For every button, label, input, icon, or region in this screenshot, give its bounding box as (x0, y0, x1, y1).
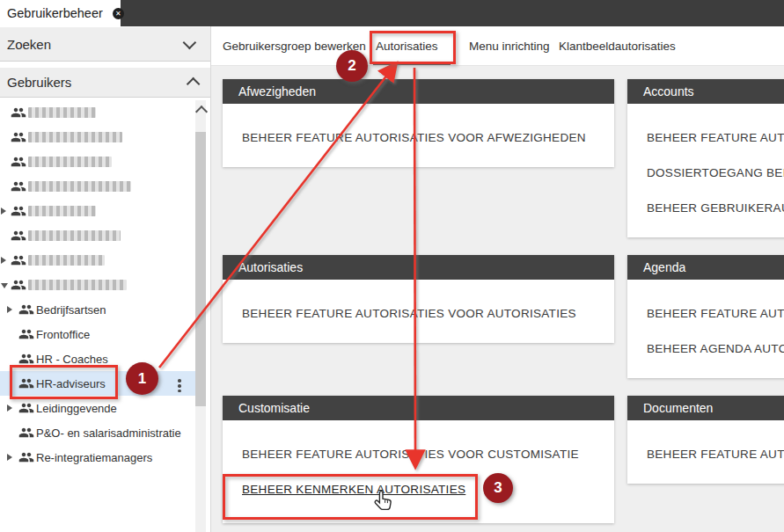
card-body: BEHEER FEATURE AUTORISATIES VOOR CUSTOMI… (223, 420, 614, 506)
card-title-agenda: Agenda (627, 255, 784, 280)
user-group-icon (11, 129, 26, 145)
sidebar-item-redacted-5[interactable] (0, 223, 195, 248)
card-customisatie: CustomisatieBEHEER FEATURE AUTORISATIES … (223, 396, 614, 523)
sidebar-item-frontoffice[interactable]: Frontoffice (0, 322, 195, 346)
user-group-icon (18, 400, 34, 416)
card-title-documenten: Documenten (627, 396, 784, 420)
card-title-autorisaties: Autorisaties (223, 255, 614, 280)
user-group-icon (18, 326, 34, 342)
link-beheer-feature-autorisaties-voor-afwezig[interactable]: BEHEER FEATURE AUTORISATIES VOOR AFWEZIG… (223, 120, 614, 155)
redacted-text (28, 157, 112, 167)
user-group-icon (11, 154, 26, 170)
sidebar-item-hr-adviseurs[interactable]: HR-adviseurs (0, 371, 195, 396)
card-autorisaties: AutorisatiesBEHEER FEATURE AUTORISATIES … (223, 255, 614, 343)
user-group-icon (11, 203, 26, 219)
sidebar-item-redacted-3[interactable] (0, 174, 195, 199)
redacted-text (28, 280, 127, 290)
card-title-accounts: Accounts (627, 79, 784, 104)
sidebar-item-label: HR-adviseurs (36, 377, 106, 390)
card-title-customisatie: Customisatie (223, 396, 614, 420)
user-group-icon (18, 351, 34, 367)
redacted-text (28, 230, 121, 241)
sidebar-item-leidinggevende[interactable]: Leidinggevende (0, 396, 195, 420)
card-body: BEHEER FEATURE AUTORISATIES VOOR AFWEZIG… (223, 104, 614, 155)
tab-klantbeeldautorisaties[interactable]: Klantbeeldautorisaties (559, 26, 676, 66)
close-tab-icon[interactable]: ✕ (113, 8, 124, 19)
tab-gebruikersgroep-bewerken[interactable]: Gebruikersgroep bewerken (223, 26, 366, 66)
tab-menu-inrichting[interactable]: Menu inrichting (469, 26, 550, 66)
chevron-up-icon (187, 77, 201, 91)
link-beheer-feature-auto[interactable]: BEHEER FEATURE AUTO (627, 436, 784, 471)
sidebar-item-redacted-2[interactable] (0, 149, 195, 174)
link-dossiertoegang-behe[interactable]: DOSSIERTOEGANG BEHE (627, 155, 784, 190)
sidebar-item-label-redacted (28, 106, 96, 120)
sidebar-item-label-redacted (28, 180, 131, 194)
user-group-icon (11, 105, 26, 120)
sidebar-item-hr-coaches[interactable]: HR - Coaches (0, 346, 195, 371)
sidebar-item-bedrijfsartsen[interactable]: Bedrijfsartsen (0, 297, 195, 322)
window-tab-title: Gebruikerbeheer (7, 6, 103, 20)
card-body: BEHEER FEATURE AUTODOSSIERTOEGANG BEHEBE… (627, 104, 784, 225)
main-panel: Gebruikersgroep bewerkenAutorisatiesMenu… (211, 26, 784, 532)
sidebar-item-label: Leidinggevende (36, 402, 117, 415)
tab-bar: Gebruikersgroep bewerkenAutorisatiesMenu… (211, 26, 784, 66)
scrollbar-thumb[interactable] (195, 132, 206, 406)
sidebar-item-label: Frontoffice (36, 328, 90, 341)
user-group-icon (11, 179, 26, 194)
link-beheer-feature-auto[interactable]: BEHEER FEATURE AUTO (627, 120, 784, 155)
sidebar-item-redacted-1[interactable] (0, 125, 195, 149)
expand-arrow-icon[interactable] (7, 454, 12, 461)
link-beheer-kenmerken-autorisaties[interactable]: BEHEER KENMERKEN AUTORISATIES (223, 471, 614, 506)
expand-arrow-icon[interactable] (1, 257, 6, 264)
sidebar-item-label: Bedrijfsartsen (36, 303, 106, 317)
sidebar-item-label-redacted (28, 156, 112, 170)
link-beheer-feature-auto[interactable]: BEHEER FEATURE AUTO (627, 295, 784, 331)
sidebar-item-label-redacted (28, 131, 122, 145)
link-beheer-gebruikeraut[interactable]: BEHEER GEBRUIKERAUT (627, 190, 784, 225)
sidebar-item-redacted-6[interactable] (0, 248, 195, 273)
sidebar-item-label: HR - Coaches (36, 353, 108, 366)
redacted-text (28, 181, 131, 192)
user-group-icon (11, 228, 26, 244)
sidebar-section-zoeken-label: Zoeken (7, 37, 51, 52)
card-body: BEHEER FEATURE AUTOBEHEER AGENDA AUTOR (627, 280, 784, 366)
link-beheer-feature-autorisaties-voor-autoris[interactable]: BEHEER FEATURE AUTORISATIES VOOR AUTORIS… (223, 295, 614, 331)
card-body: BEHEER FEATURE AUTORISATIES VOOR AUTORIS… (223, 280, 614, 331)
expand-arrow-icon[interactable] (7, 306, 12, 313)
user-group-icon (11, 277, 26, 293)
sidebar-item-label-redacted (28, 279, 127, 293)
card-title-afwezigheden: Afwezigheden (223, 79, 614, 104)
kebab-menu-icon[interactable] (178, 377, 182, 395)
expand-arrow-icon[interactable] (1, 208, 6, 215)
top-bar: Gebruikerbeheer ✕ (0, 0, 784, 26)
window-tab-gebruikerbeheer[interactable]: Gebruikerbeheer ✕ (0, 0, 121, 26)
card-agenda: AgendaBEHEER FEATURE AUTOBEHEER AGENDA A… (627, 255, 784, 378)
sidebar-item-label-redacted (28, 254, 105, 268)
user-group-icon (18, 449, 34, 465)
sidebar-section-zoeken[interactable]: Zoeken (0, 27, 210, 62)
user-group-icon (18, 302, 34, 317)
expand-arrow-icon[interactable] (7, 404, 12, 412)
user-group-tree: BedrijfsartsenFrontofficeHR - CoachesHR-… (0, 98, 195, 532)
sidebar-item-redacted-7[interactable] (0, 273, 195, 297)
tab-autorisaties[interactable]: Autorisaties (376, 26, 438, 66)
link-beheer-feature-autorisaties-voor-customi[interactable]: BEHEER FEATURE AUTORISATIES VOOR CUSTOMI… (223, 436, 614, 471)
link-beheer-agenda-autor[interactable]: BEHEER AGENDA AUTOR (627, 331, 784, 366)
redacted-text (28, 132, 122, 142)
sidebar-item-label-redacted (28, 230, 121, 244)
sidebar-item-label: P&O- en salarisadministratie (36, 426, 181, 440)
sidebar-section-gebruikers[interactable]: Gebruikers (0, 68, 210, 98)
redacted-text (28, 206, 96, 216)
user-group-icon (18, 425, 34, 441)
redacted-text (28, 255, 105, 266)
sidebar: Zoeken Gebruikers BedrijfsartsenFrontoff… (0, 26, 211, 532)
card-accounts: AccountsBEHEER FEATURE AUTODOSSIERTOEGAN… (627, 79, 784, 237)
sidebar-item-re-integratiemanagers[interactable]: Re-integratiemanagers (0, 445, 195, 470)
sidebar-item-redacted-4[interactable] (0, 199, 195, 223)
user-group-icon (18, 375, 34, 391)
sidebar-item-label: Re-integratiemanagers (36, 451, 152, 464)
card-afwezigheden: AfwezighedenBEHEER FEATURE AUTORISATIES … (223, 79, 614, 167)
sidebar-item-redacted-0[interactable] (0, 100, 195, 125)
sidebar-item-p-o-en-salarisadministratie[interactable]: P&O- en salarisadministratie (0, 420, 195, 445)
collapse-arrow-icon[interactable] (1, 283, 8, 288)
